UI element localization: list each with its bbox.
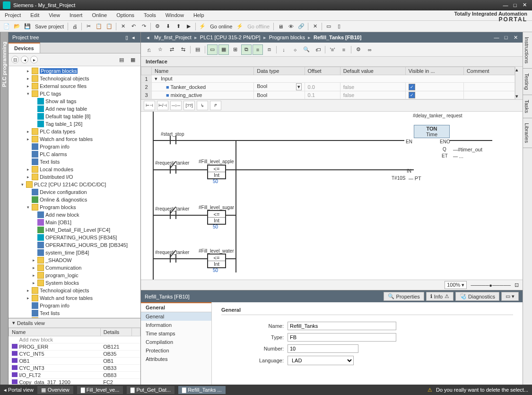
ladder-coil-icon[interactable]: ─○─ xyxy=(170,101,182,110)
iface-col-vis[interactable]: Visible in ... xyxy=(405,67,463,75)
compile-icon[interactable]: ⚙ xyxy=(153,22,162,31)
etb-1[interactable]: ⎌ xyxy=(144,44,154,55)
status-tab-put-get[interactable]: ▇ Put_Get_Dat... xyxy=(127,386,174,394)
iface-col-name[interactable]: Name xyxy=(152,67,254,75)
details-col-details[interactable]: Details xyxy=(100,328,131,336)
details-row[interactable]: CYC_INT3OB33 xyxy=(9,365,140,372)
tree-back-icon[interactable]: ◂ xyxy=(21,56,28,63)
visible-checkbox[interactable]: ✓ xyxy=(409,84,415,90)
input-number[interactable] xyxy=(288,344,358,353)
menu-view[interactable]: View xyxy=(44,10,65,20)
ladder-contact-icon[interactable]: ⊢⊣ xyxy=(144,101,155,110)
tree-item[interactable]: Default tag table [8] xyxy=(9,113,140,120)
maximize-icon[interactable]: □ xyxy=(510,2,520,9)
portal-view-button[interactable]: ◂ Portal view xyxy=(4,387,34,393)
close-icon[interactable]: ✕ xyxy=(520,2,529,9)
zoom-slider[interactable]: ─────●───── xyxy=(471,282,511,288)
menu-window[interactable]: Window xyxy=(161,10,189,20)
xref-icon[interactable]: 🔗 xyxy=(297,22,306,31)
hide-tree-icon[interactable]: ◂ xyxy=(130,34,137,41)
details-body[interactable]: Name Details Add new blockPROG_ERROB121C… xyxy=(9,328,140,385)
compare-block-apple[interactable]: <= Int xyxy=(207,165,226,179)
tab-diagnostics[interactable]: 🩺 Diagnostics xyxy=(455,292,499,301)
delete-icon[interactable]: ✕ xyxy=(118,22,128,31)
props-collapse-icon[interactable]: ▭ ▾ xyxy=(501,292,519,301)
etb-5[interactable]: ▤ xyxy=(192,44,203,55)
tree-item[interactable]: Tag table_1 [26] xyxy=(9,120,140,128)
tab-info[interactable]: ℹ Info ⚠ xyxy=(426,292,454,301)
etb-c[interactable]: ⚙ xyxy=(353,44,364,55)
etb-fbd-icon[interactable]: ⧉ xyxy=(241,44,252,55)
props-section-tab[interactable]: General xyxy=(141,302,211,312)
etb-scl-icon[interactable]: ⧈ xyxy=(264,44,274,55)
etb-3[interactable]: ⇄ xyxy=(166,44,177,55)
tab-properties[interactable]: 🔍 Properties xyxy=(384,292,424,301)
copy-icon[interactable]: 📋 xyxy=(94,22,104,31)
split-v-icon[interactable]: ▯ xyxy=(334,22,344,31)
tree-item[interactable]: OPERATING_HOURS [FB345] xyxy=(9,234,140,241)
iface-col-def[interactable]: Default value xyxy=(340,67,405,75)
split-h-icon[interactable]: ▭ xyxy=(324,22,333,31)
ton-block[interactable]: TONTime xyxy=(414,125,450,138)
etb-2[interactable]: ☆ xyxy=(155,44,166,55)
iface-vscroll[interactable]: ▴▾ xyxy=(515,67,523,99)
tree-item[interactable]: Main [OB1] xyxy=(9,219,140,226)
editor-max-icon[interactable]: □ xyxy=(503,34,509,41)
compare-block-water[interactable]: <= Int xyxy=(207,254,226,268)
props-nav-compilation[interactable]: Compilation xyxy=(141,338,211,346)
tree-item[interactable]: Add new tag table xyxy=(9,105,140,113)
crumb-0[interactable]: My_first_Project xyxy=(154,35,192,40)
new-project-icon[interactable]: 📄 xyxy=(2,22,11,31)
tree-item[interactable]: ▸Technological objects xyxy=(9,75,140,82)
tree-item[interactable]: Show all tags xyxy=(9,97,140,105)
tree-item[interactable]: Text lists xyxy=(9,309,140,317)
menu-help[interactable]: Help xyxy=(189,10,209,20)
crumb-2[interactable]: Program blocks xyxy=(269,35,305,40)
tree-item[interactable]: ▾PLC tags xyxy=(9,90,140,97)
ladder-box-icon[interactable]: [??] xyxy=(183,101,195,110)
ladder-canvas[interactable]: #delay_tanker_ request TONTime EN ENO Q … xyxy=(141,112,523,280)
vtab-instructions[interactable]: Instructions xyxy=(523,32,532,69)
tree-item[interactable]: Program info xyxy=(9,302,140,309)
etb-d[interactable]: ∞ xyxy=(365,44,375,55)
etb-find[interactable]: 🔍 xyxy=(301,44,312,55)
project-tree[interactable]: ▸Program blocks▸Technological objects▸Ex… xyxy=(9,66,140,318)
monitor-icon[interactable]: 👁 xyxy=(286,22,296,31)
tree-item[interactable]: Program info xyxy=(9,143,140,150)
tree-item[interactable]: ▸External source files xyxy=(9,82,140,90)
ladder-branch-icon[interactable]: ↳ xyxy=(197,101,208,110)
iface-col-offset[interactable]: Offset xyxy=(305,67,340,75)
nc-contact[interactable] xyxy=(167,162,179,176)
details-row[interactable]: OB1OB1 xyxy=(9,358,140,365)
iface-group-row[interactable]: 1 ▾ Input xyxy=(141,75,515,83)
breadcrumb-back-icon[interactable]: ◂ xyxy=(145,34,151,41)
details-row[interactable]: PROG_ERROB121 xyxy=(9,343,140,351)
tree-item[interactable]: ▸Watch and force tables xyxy=(9,294,140,302)
visible-checkbox[interactable]: ✓ xyxy=(409,92,415,98)
ladder-open-branch-icon[interactable]: ↱ xyxy=(210,101,221,110)
menu-project[interactable]: Project xyxy=(0,10,26,20)
tree-item[interactable]: system_time [DB4] xyxy=(9,249,140,256)
crumb-3[interactable]: Refill_Tanks [FB10] xyxy=(314,35,361,40)
menu-edit[interactable]: Edit xyxy=(26,10,44,20)
props-nav-protection[interactable]: Protection xyxy=(141,346,211,355)
tree-filter-icon[interactable]: ▦ xyxy=(128,55,138,64)
go-offline-icon[interactable]: ⚡ xyxy=(235,22,244,31)
download-icon[interactable]: ⬇ xyxy=(163,22,173,31)
print-icon[interactable]: 🖨 xyxy=(70,22,79,31)
go-online-label[interactable]: Go online xyxy=(208,24,234,29)
tree-item[interactable]: ▸Distributed I/O xyxy=(9,173,140,181)
etb-a[interactable]: '≡' xyxy=(327,44,338,55)
tree-item[interactable]: ▸_SHADOW xyxy=(9,256,140,264)
add-new-block-row[interactable]: Add new block xyxy=(9,336,140,343)
status-tab-refill-tanks[interactable]: ▇ Refill_Tanks ... xyxy=(178,386,226,394)
open-project-icon[interactable]: 📂 xyxy=(12,22,22,31)
zoom-fit-icon[interactable]: ⊡ xyxy=(515,282,519,288)
tree-item[interactable]: ▸Communication xyxy=(9,264,140,272)
select-language[interactable]: LAD xyxy=(288,356,354,365)
tree-view-icon[interactable]: ▤ xyxy=(117,55,126,64)
tree-item[interactable]: ▸Program blocks xyxy=(9,67,140,75)
tree-item[interactable]: Online & diagnostics xyxy=(9,196,140,203)
vtab-testing[interactable]: Testing xyxy=(523,69,532,95)
zoom-select[interactable]: 100% ▾ xyxy=(445,281,467,289)
